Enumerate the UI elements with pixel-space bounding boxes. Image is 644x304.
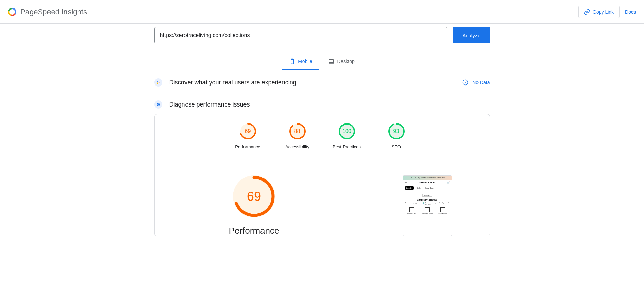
header-right: Copy Link Docs (578, 6, 636, 18)
shot-icon-label: Travel Friendly (438, 213, 447, 214)
shot-tab-laundry: Laundry (405, 186, 414, 190)
info-icon (462, 79, 468, 86)
discover-left: Discover what your real users are experi… (154, 78, 296, 87)
gauge-performance[interactable]: 69Performance (233, 122, 263, 149)
copy-link-label: Copy Link (593, 9, 614, 15)
plane-icon (440, 207, 445, 212)
shot-banner-arrow-left: ‹ (405, 177, 406, 179)
cart-icon: 🛒 (447, 181, 450, 184)
gauge-value: 100 (338, 122, 356, 140)
app-header: PageSpeed Insights Copy Link Docs (0, 0, 644, 24)
gauge-label: SEO (392, 144, 401, 149)
no-data-group: No Data (462, 79, 490, 86)
shot-banner-text: FREE 30-Day Returns. Subscribe & Save 15… (410, 177, 445, 179)
tab-desktop[interactable]: Desktop (321, 54, 361, 70)
svg-rect-2 (329, 60, 334, 63)
device-tabs: Mobile Desktop (154, 54, 490, 70)
gauge-label: Best Practices (333, 144, 361, 149)
main-gauge-row: 69 Performance ‹ FREE 30-Day Returns. Su… (155, 156, 490, 236)
paw-icon (425, 207, 430, 212)
diagnose-section: Diagnose performance issues (154, 92, 490, 111)
results-card: 69Performance88Accessibility100Best Prac… (154, 114, 490, 236)
svg-point-4 (157, 81, 158, 82)
no-data-link[interactable]: No Data (472, 80, 490, 85)
screenshot-column: ‹ FREE 30-Day Returns. Subscribe & Save … (373, 175, 482, 236)
gauge-circle: 88 (289, 122, 306, 140)
svg-point-5 (158, 82, 159, 83)
url-input[interactable] (154, 27, 448, 43)
users-icon (154, 78, 162, 87)
big-performance-gauge: 69 (233, 175, 275, 217)
shot-tab-dish: Dish (416, 186, 422, 190)
shot-icon-label: Pet & Child friendly (422, 213, 433, 214)
hamburger-icon: ☰ (405, 181, 407, 184)
pagespeed-logo-icon (8, 8, 16, 16)
tab-mobile-label: Mobile (298, 59, 312, 64)
shot-banner-arrow-right: › (449, 177, 450, 179)
clean-icon (409, 207, 414, 212)
analyze-button[interactable]: Analyze (453, 27, 490, 43)
link-icon (584, 9, 590, 15)
big-gauge-label: Performance (229, 226, 279, 236)
gauge-label: Performance (235, 144, 260, 149)
shot-icons-row: Powerful Clean Pet & Child friendly Trav… (405, 207, 450, 214)
app-title: PageSpeed Insights (20, 7, 87, 16)
shot-logo: ZEROTRACE (418, 181, 435, 184)
shot-banner: ‹ FREE 30-Day Returns. Subscribe & Save … (403, 176, 452, 180)
shot-badge: 4 SCENTS (422, 194, 432, 197)
gauge-value: 93 (388, 122, 405, 140)
shot-icon-label: Powerful Clean (407, 213, 416, 214)
svg-rect-6 (157, 83, 158, 84)
shot-header: ☰ ZEROTRACE 🛒 (403, 180, 452, 185)
gauge-circle: 69 (239, 122, 257, 140)
desktop-icon (328, 58, 334, 64)
shot-icon-travel: Travel Friendly (438, 207, 447, 214)
shot-tab-handsoap: Hand Soap (424, 186, 435, 190)
diagnose-title: Diagnose performance issues (169, 101, 250, 108)
gauge-accessibility[interactable]: 88Accessibility (282, 122, 313, 149)
gauge-value: 69 (239, 122, 257, 140)
big-gauge-value: 69 (233, 175, 275, 217)
mobile-icon (289, 58, 295, 64)
gauge-circle: 93 (388, 122, 405, 140)
diagnose-icon (154, 100, 162, 109)
discover-section: Discover what your real users are experi… (154, 70, 490, 92)
site-screenshot: ‹ FREE 30-Day Returns. Subscribe & Save … (403, 175, 452, 236)
copy-link-button[interactable]: Copy Link (578, 6, 620, 18)
gauges-row: 69Performance88Accessibility100Best Prac… (160, 122, 484, 156)
main-container: Analyze Mobile Desktop Discover what you… (154, 24, 490, 236)
shot-sub: Fresh clothes, happy planet! 🌍 Dive into… (405, 202, 450, 205)
docs-link[interactable]: Docs (625, 9, 636, 15)
shot-heading: Laundry Sheets (405, 198, 450, 201)
shot-icon-pet: Pet & Child friendly (422, 207, 433, 214)
gauge-seo[interactable]: 93SEO (381, 122, 412, 149)
svg-point-11 (158, 104, 158, 105)
header-left: PageSpeed Insights (8, 7, 87, 16)
shot-tabs: Laundry Dish Hand Soap (403, 185, 452, 191)
gauge-best-practices[interactable]: 100Best Practices (332, 122, 362, 149)
shot-body: 4 SCENTS Laundry Sheets Fresh clothes, h… (403, 191, 452, 218)
tab-desktop-label: Desktop (337, 59, 354, 64)
gauge-circle: 100 (338, 122, 356, 140)
url-analyze-row: Analyze (154, 27, 490, 43)
performance-gauge-col: 69 Performance (163, 175, 359, 236)
discover-title: Discover what your real users are experi… (169, 79, 296, 86)
shot-icon-clean: Powerful Clean (407, 207, 416, 214)
gauge-label: Accessibility (285, 144, 309, 149)
gauge-value: 88 (289, 122, 306, 140)
tab-mobile[interactable]: Mobile (282, 54, 319, 70)
